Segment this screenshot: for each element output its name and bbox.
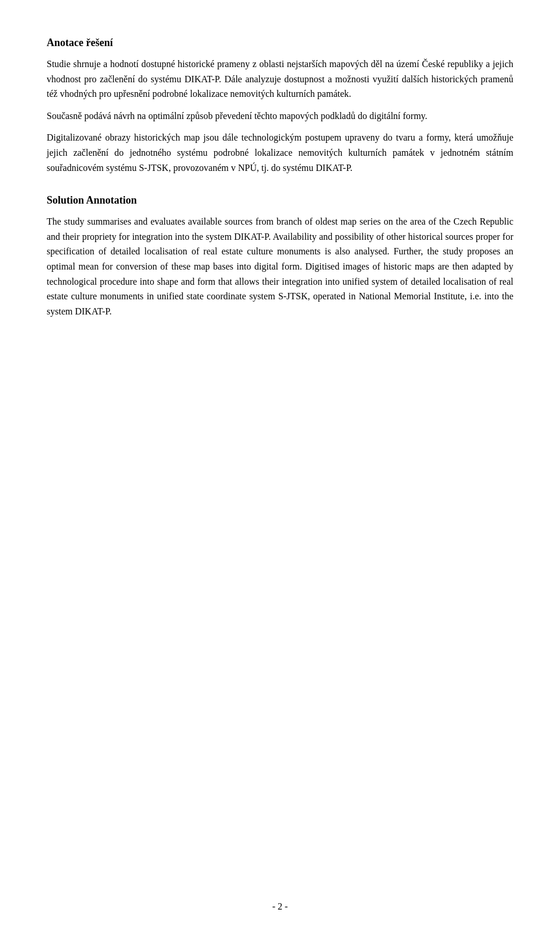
english-paragraph-1: The study summarises and evaluates avail… bbox=[47, 214, 513, 319]
page: Anotace řešení Studie shrnuje a hodnotí … bbox=[0, 0, 560, 937]
czech-section-heading: Anotace řešení bbox=[47, 35, 513, 51]
page-number: - 2 - bbox=[272, 901, 288, 911]
czech-paragraph-1: Studie shrnuje a hodnotí dostupné histor… bbox=[47, 57, 513, 102]
czech-paragraph-3: Digitalizované obrazy historických map j… bbox=[47, 130, 513, 175]
czech-paragraph-2: Současně podává návrh na optimální způso… bbox=[47, 109, 513, 124]
page-footer: - 2 - bbox=[0, 900, 560, 914]
english-section-heading: Solution Annotation bbox=[47, 193, 513, 208]
czech-section: Anotace řešení Studie shrnuje a hodnotí … bbox=[47, 35, 513, 175]
english-section: Solution Annotation The study summarises… bbox=[47, 193, 513, 319]
